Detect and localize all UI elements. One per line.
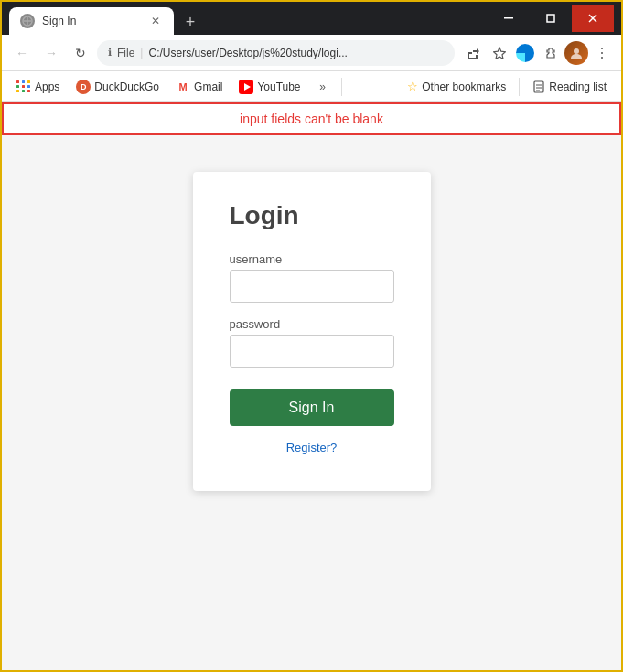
restore-button[interactable] (530, 5, 572, 32)
tab-close-btn[interactable]: ✕ (148, 14, 163, 28)
other-bookmarks-label: Other bookmarks (422, 80, 506, 93)
other-bookmarks-btn[interactable]: ☆ Other bookmarks (400, 76, 513, 97)
favorite-icon[interactable] (488, 41, 511, 65)
forward-button[interactable]: → (38, 40, 64, 66)
window-controls (488, 5, 614, 32)
username-label: username (230, 252, 394, 266)
bookmark-apps[interactable]: Apps (9, 76, 67, 98)
login-card: Login username password Sign In Register… (193, 172, 431, 491)
url-text: C:/Users/user/Desktop/js%20study/logi... (148, 47, 444, 59)
svg-marker-7 (494, 48, 506, 59)
password-input[interactable] (230, 335, 394, 368)
close-button[interactable] (572, 5, 614, 32)
apps-icon (16, 80, 31, 94)
address-bar-row: ← → ↻ ℹ File | C:/Users/user/Desktop/js%… (2, 35, 621, 71)
bookmarks-right: ☆ Other bookmarks Reading list (400, 76, 614, 97)
file-label: File (117, 47, 134, 59)
extensions-icon[interactable] (539, 41, 563, 65)
active-tab[interactable]: Sign In ✕ (9, 7, 174, 35)
username-group: username (230, 252, 394, 303)
new-tab-button[interactable]: + (177, 9, 203, 35)
title-bar: Sign In ✕ + (2, 2, 621, 35)
gmail-icon: M (176, 80, 190, 94)
youtube-icon (239, 80, 253, 94)
login-card-area: Login username password Sign In Register… (2, 135, 621, 670)
svg-rect-3 (504, 17, 513, 19)
info-icon: ℹ (108, 47, 112, 59)
svg-point-8 (574, 48, 579, 54)
reading-list-btn[interactable]: Reading list (525, 77, 614, 97)
youtube-label: YouTube (257, 80, 300, 93)
register-link[interactable]: Register? (230, 441, 394, 454)
edge-logo (516, 44, 534, 62)
menu-icon[interactable] (590, 41, 614, 65)
page-content: input fields can't be blank Login userna… (2, 102, 621, 670)
address-bar[interactable]: ℹ File | C:/Users/user/Desktop/js%20stud… (97, 40, 455, 66)
svg-point-9 (601, 48, 603, 49)
svg-rect-4 (547, 15, 554, 22)
separator: | (140, 47, 143, 59)
svg-point-10 (601, 52, 603, 54)
reload-button[interactable]: ↻ (68, 40, 93, 66)
back-button[interactable]: ← (9, 40, 35, 66)
password-label: password (230, 317, 394, 331)
alert-banner: input fields can't be blank (2, 102, 621, 135)
edge-icon[interactable] (513, 41, 537, 65)
username-input[interactable] (230, 270, 394, 303)
address-actions (462, 41, 614, 65)
alert-text: input fields can't be blank (240, 112, 383, 126)
gmail-label: Gmail (194, 80, 222, 93)
bookmarks-divider (341, 78, 342, 96)
password-group: password (230, 317, 394, 368)
duckduckgo-icon: D (76, 80, 91, 94)
bookmark-duckduckgo[interactable]: D DuckDuckGo (69, 76, 166, 98)
tab-favicon (20, 14, 35, 28)
bookmark-youtube[interactable]: YouTube (231, 76, 307, 98)
profile-icon[interactable] (564, 41, 588, 65)
minimize-button[interactable] (488, 5, 530, 32)
other-bookmarks-icon: ☆ (407, 80, 418, 93)
share-icon[interactable] (462, 41, 486, 65)
tab-area: Sign In ✕ + (9, 2, 473, 35)
duckduckgo-label: DuckDuckGo (94, 80, 159, 93)
bookmarks-bar: Apps D DuckDuckGo M Gmail YouTube » (2, 71, 621, 102)
login-title: Login (230, 201, 394, 230)
bookmarks-divider-2 (519, 78, 520, 96)
bookmark-gmail[interactable]: M Gmail (168, 76, 230, 98)
browser-window: Sign In ✕ + ← → ↻ (0, 0, 623, 672)
apps-label: Apps (35, 80, 59, 93)
tab-title: Sign In (42, 15, 141, 27)
sign-in-button[interactable]: Sign In (230, 389, 394, 426)
more-bookmarks-btn[interactable]: » (310, 76, 336, 98)
reading-list-label: Reading list (549, 80, 607, 93)
reading-list-icon (532, 80, 545, 93)
svg-point-11 (601, 57, 603, 59)
